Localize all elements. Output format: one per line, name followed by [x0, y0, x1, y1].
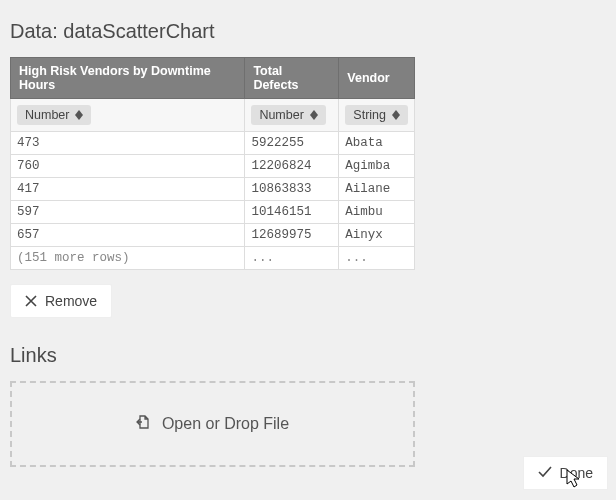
sort-icon — [392, 110, 400, 120]
cell: Ailane — [339, 178, 415, 201]
svg-marker-5 — [392, 115, 400, 120]
cell: Ainyx — [339, 224, 415, 247]
table-row: 657 12689975 Ainyx — [11, 224, 415, 247]
open-or-drop-file[interactable]: Open or Drop File — [10, 381, 415, 467]
table-row: 417 10863833 Ailane — [11, 178, 415, 201]
cell: Abata — [339, 132, 415, 155]
cell: 473 — [11, 132, 245, 155]
dropzone-label: Open or Drop File — [162, 415, 289, 433]
cell: 417 — [11, 178, 245, 201]
check-icon — [538, 465, 552, 481]
remove-label: Remove — [45, 293, 97, 309]
col-header-vendor[interactable]: Vendor — [339, 58, 415, 99]
cell: 5922255 — [245, 132, 339, 155]
col-header-downtime[interactable]: High Risk Vendors by Downtime Hours — [11, 58, 245, 99]
cell: Aimbu — [339, 201, 415, 224]
svg-marker-3 — [310, 115, 318, 120]
cell: Agimba — [339, 155, 415, 178]
links-section-title: Links — [10, 344, 606, 367]
type-label: Number — [25, 108, 69, 122]
cell: 12206824 — [245, 155, 339, 178]
cell: 760 — [11, 155, 245, 178]
cell: 597 — [11, 201, 245, 224]
type-label: Number — [259, 108, 303, 122]
svg-marker-1 — [75, 115, 83, 120]
more-rows-text: (151 more rows) — [11, 247, 245, 270]
type-pill-downtime[interactable]: Number — [17, 105, 91, 125]
done-label: Done — [560, 465, 593, 481]
data-table: High Risk Vendors by Downtime Hours Tota… — [10, 57, 415, 270]
cell: 10146151 — [245, 201, 339, 224]
type-pill-defects[interactable]: Number — [251, 105, 325, 125]
more-rows-indicator: (151 more rows) ... ... — [11, 247, 415, 270]
table-row: 597 10146151 Aimbu — [11, 201, 415, 224]
done-button[interactable]: Done — [523, 456, 608, 490]
type-pill-vendor[interactable]: String — [345, 105, 408, 125]
type-label: String — [353, 108, 386, 122]
cell: 657 — [11, 224, 245, 247]
data-section-title: Data: dataScatterChart — [10, 20, 606, 43]
col-header-defects[interactable]: Total Defects — [245, 58, 339, 99]
table-row: 760 12206824 Agimba — [11, 155, 415, 178]
ellipsis: ... — [245, 247, 339, 270]
table-row: 473 5922255 Abata — [11, 132, 415, 155]
sort-icon — [75, 110, 83, 120]
cell: 12689975 — [245, 224, 339, 247]
cell: 10863833 — [245, 178, 339, 201]
sort-icon — [310, 110, 318, 120]
ellipsis: ... — [339, 247, 415, 270]
open-file-icon — [136, 414, 152, 434]
close-icon — [25, 295, 37, 307]
remove-button[interactable]: Remove — [10, 284, 112, 318]
